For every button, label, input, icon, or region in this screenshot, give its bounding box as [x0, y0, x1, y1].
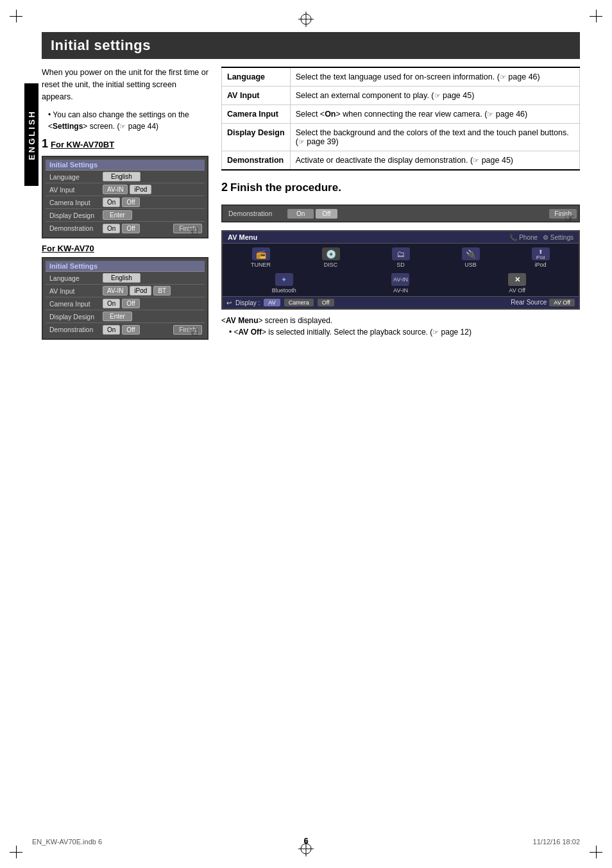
footer-right: 11/12/16 18:02 — [533, 838, 580, 846]
av-menu-header: AV Menu 📞 Phone ⚙ Settings — [223, 231, 579, 244]
table-row-language: Language Select the text language used f… — [222, 67, 580, 87]
step2-demo-off-btn[interactable]: Off — [316, 209, 337, 219]
av-in-btn[interactable]: AV-IN — [103, 185, 128, 194]
av-btn[interactable]: AV — [264, 299, 280, 306]
settings-table: Language Select the text language used f… — [221, 67, 580, 171]
right-column: Language Select the text language used f… — [221, 67, 580, 345]
page-title: Initial settings — [42, 32, 580, 59]
av-menu-header-right: 📞 Phone ⚙ Settings — [509, 234, 574, 241]
table-cell-language-desc: Select the text language used for on-scr… — [290, 67, 579, 87]
tuner-icon: 📻 — [252, 247, 270, 260]
demo-off-btn[interactable]: Off — [122, 224, 139, 233]
ipod-label: iPod — [534, 262, 546, 268]
kw70-ipod-btn[interactable]: iPod — [130, 286, 151, 296]
av-back-icon[interactable]: ↩ — [226, 299, 232, 306]
kw70-av-input-row: AV Input AV-IN iPod BT — [46, 285, 205, 297]
demo-finish-screen-wrapper: Demonstration On Off Finish ☞ — [221, 204, 580, 222]
table-cell-demonstration-name: Demonstration — [222, 151, 291, 171]
table-cell-camera-input-desc: Select <On> when connecting the rear vie… — [290, 105, 579, 124]
bluetooth-icon-item[interactable]: ✦ Bluetooth — [226, 273, 342, 294]
sd-icon-item[interactable]: 🗂 SD — [366, 247, 435, 268]
ipod-btn[interactable]: iPod — [130, 185, 151, 194]
kw70-camera-off-btn[interactable]: Off — [122, 299, 139, 308]
kw70-demonstration-row: Demonstration On Off Finish — [46, 323, 205, 336]
kw70-camera-input-row: Camera Input On Off — [46, 297, 205, 310]
av-off-icon: ✕ — [508, 273, 526, 286]
av-off-bottom-btn[interactable]: AV Off — [549, 299, 575, 306]
language-row: Language English — [46, 171, 205, 183]
av-off-bullet: • <AV Off> is selected initially. Select… — [221, 328, 580, 337]
kw70-demo-on-btn[interactable]: On — [103, 325, 120, 335]
corner-mark-bl — [10, 846, 22, 858]
usb-icon-item[interactable]: 🔌 USB — [436, 247, 505, 268]
off-btn[interactable]: Off — [318, 299, 334, 306]
table-cell-display-design-name: Display Design — [222, 124, 291, 151]
av-in-icon-item[interactable]: AV-IN AV-IN — [343, 273, 459, 294]
bluetooth-label: Bluetooth — [272, 287, 296, 294]
intro-bullet: You can also change the settings on the … — [42, 109, 208, 132]
reg-mark-top — [298, 12, 314, 27]
display-design-row: Display Design Enter — [46, 209, 205, 222]
for-kw-av70bt-label: For KW-AV70BT — [51, 140, 114, 149]
tuner-icon-item[interactable]: 📻 TUNER — [226, 247, 295, 268]
display-label: Display : — [235, 299, 260, 306]
kw70-display-design-row: Display Design Enter — [46, 310, 205, 323]
disc-label: DISC — [324, 262, 338, 268]
disc-icon: 💿 — [322, 247, 340, 260]
kw-av70-device-screen: Initial Settings Language English AV Inp… — [42, 257, 208, 340]
step2-title: Finish the procedure. — [230, 181, 341, 194]
hand-cursor-2: ☞ — [187, 324, 199, 340]
tuner-label: TUNER — [251, 262, 271, 268]
corner-mark-tl — [10, 10, 22, 22]
kw70-display-enter-btn[interactable]: Enter — [103, 312, 132, 321]
table-cell-av-input-name: AV Input — [222, 87, 291, 105]
table-row-display-design: Display Design Select the background and… — [222, 124, 580, 151]
demo-on-btn[interactable]: On — [103, 224, 120, 233]
kw-av70-container: For KW-AV70 Initial Settings Language En… — [42, 244, 208, 340]
step2-demo-on-btn[interactable]: On — [287, 209, 314, 219]
intro-text: When you power on the unit for the first… — [42, 67, 208, 103]
bluetooth-icon: ✦ — [275, 273, 293, 286]
phone-link[interactable]: 📞 Phone — [509, 234, 538, 241]
usb-label: USB — [464, 262, 477, 268]
av-in-icon: AV-IN — [391, 273, 409, 286]
table-cell-camera-input-name: Camera Input — [222, 105, 291, 124]
kw70-bt-btn[interactable]: BT — [153, 286, 171, 296]
display-enter-btn[interactable]: Enter — [103, 210, 132, 220]
ipod-icon: ⬆ iPod — [532, 247, 550, 260]
kw70-language-english-btn[interactable]: English — [103, 273, 140, 283]
table-cell-av-input-desc: Select an external component to play. (☞… — [290, 87, 579, 105]
disc-icon-item[interactable]: 💿 DISC — [296, 247, 365, 268]
hand-cursor-3: ☞ — [565, 211, 575, 225]
rear-source-label: Rear Source — [511, 299, 547, 306]
demonstration-row: Demonstration On Off Finish — [46, 222, 205, 235]
kw70-camera-on-btn[interactable]: On — [103, 299, 120, 308]
av-off-label: AV Off — [509, 287, 525, 294]
language-english-btn[interactable]: English — [103, 172, 140, 181]
table-cell-language-name: Language — [222, 67, 291, 87]
av-input-row: AV Input AV-IN iPod — [46, 183, 205, 196]
kw-av70bt-screen-title: Initial Settings — [46, 160, 205, 171]
step1-number: 1 — [42, 137, 48, 151]
camera-on-btn[interactable]: On — [103, 197, 120, 207]
demo-finish-screen: Demonstration On Off Finish — [221, 204, 580, 222]
av-off-icon-item[interactable]: ✕ AV Off — [459, 273, 575, 294]
kw-av70-screen-wrapper: Initial Settings Language English AV Inp… — [42, 257, 208, 340]
av-rear-controls: Rear Source AV Off — [511, 299, 575, 306]
settings-link[interactable]: ⚙ Settings — [543, 234, 574, 241]
camera-input-row: Camera Input On Off — [46, 196, 205, 209]
av-second-row: ✦ Bluetooth AV-IN AV-IN ✕ AV Off — [223, 272, 579, 296]
kw70-language-row: Language English — [46, 272, 205, 285]
camera-btn[interactable]: Camera — [284, 299, 314, 306]
table-row-camera-input: Camera Input Select <On> when connecting… — [222, 105, 580, 124]
ipod-icon-item[interactable]: ⬆ iPod iPod — [506, 247, 575, 268]
main-content: Initial settings When you power on the u… — [42, 32, 580, 836]
demo-finish-row: Demonstration On Off Finish — [225, 208, 577, 219]
corner-mark-br — [590, 846, 602, 858]
language-sidebar-label: ENGLISH — [27, 110, 37, 160]
table-row-av-input: AV Input Select an external component to… — [222, 87, 580, 105]
camera-off-btn[interactable]: Off — [122, 197, 139, 207]
corner-mark-tr — [590, 10, 602, 22]
kw70-demo-off-btn[interactable]: Off — [122, 325, 139, 335]
kw70-av-in-btn[interactable]: AV-IN — [103, 286, 128, 296]
